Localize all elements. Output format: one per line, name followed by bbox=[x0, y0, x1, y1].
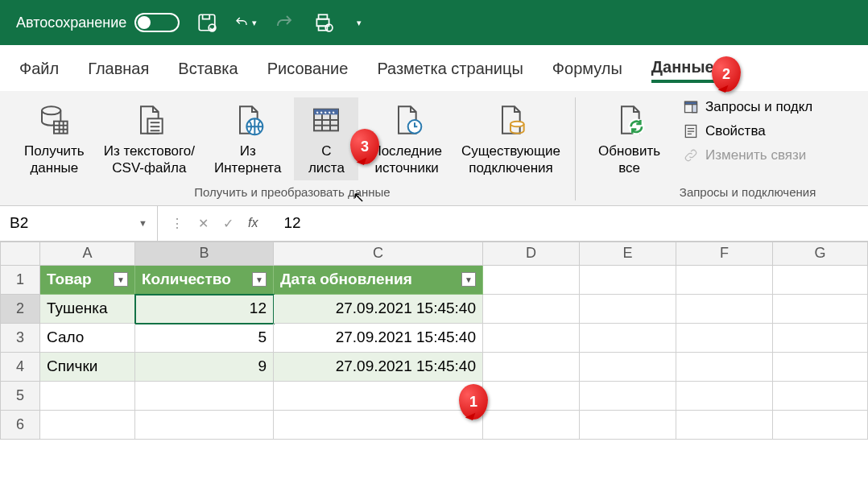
cancel-icon[interactable]: ✕ bbox=[198, 216, 209, 231]
redo-icon[interactable] bbox=[273, 11, 296, 34]
cell[interactable] bbox=[773, 411, 868, 440]
cell[interactable]: Тушенка bbox=[40, 295, 135, 324]
svg-point-6 bbox=[42, 106, 60, 114]
quick-access-toolbar: Автосохранение ▾ ▾ bbox=[0, 0, 868, 45]
cell[interactable] bbox=[676, 324, 773, 353]
from-csv-label: Из текстового/ CSV-файла bbox=[104, 143, 195, 177]
row-header[interactable]: 2 bbox=[0, 295, 40, 324]
fx-icon[interactable]: fx bbox=[248, 216, 258, 230]
cell[interactable] bbox=[773, 266, 868, 295]
cell[interactable] bbox=[483, 411, 580, 440]
edit-links-button: Изменить связи bbox=[680, 146, 816, 165]
cell[interactable] bbox=[773, 295, 868, 324]
cell[interactable] bbox=[676, 382, 773, 411]
cell[interactable] bbox=[580, 324, 676, 353]
tab-data[interactable]: Данные bbox=[651, 58, 714, 83]
row-header[interactable]: 6 bbox=[0, 411, 40, 440]
cell[interactable]: 27.09.2021 15:45:40 bbox=[274, 353, 483, 382]
column-header[interactable]: G bbox=[773, 242, 868, 266]
column-header[interactable]: A bbox=[40, 242, 135, 266]
cell-selected[interactable]: 12 bbox=[135, 295, 274, 324]
cell[interactable] bbox=[274, 411, 483, 440]
cell[interactable]: 27.09.2021 15:45:40 bbox=[274, 324, 483, 353]
cell[interactable] bbox=[483, 353, 580, 382]
drag-handle-icon[interactable]: ⋮ bbox=[171, 216, 184, 231]
cell[interactable] bbox=[580, 295, 676, 324]
column-header[interactable]: C bbox=[274, 242, 483, 266]
properties-button[interactable]: Свойства bbox=[680, 122, 816, 141]
tab-draw[interactable]: Рисование bbox=[267, 60, 349, 81]
tab-insert[interactable]: Вставка bbox=[178, 60, 238, 81]
filter-dropdown-icon[interactable]: ▼ bbox=[114, 272, 128, 287]
document-db-icon bbox=[494, 101, 527, 139]
queries-connections-button[interactable]: Запросы и подкл bbox=[680, 97, 816, 117]
cell[interactable] bbox=[773, 353, 868, 382]
cell[interactable] bbox=[40, 382, 135, 411]
cell[interactable] bbox=[483, 324, 580, 353]
cell[interactable]: Сало bbox=[40, 324, 135, 353]
from-csv-button[interactable]: Из текстового/ CSV-файла bbox=[97, 97, 201, 180]
select-all-corner[interactable] bbox=[0, 242, 40, 266]
spreadsheet-grid: 1 2 3 4 5 6 A B C D E F G Товар▼ Количес… bbox=[0, 242, 868, 440]
cell[interactable] bbox=[580, 382, 676, 411]
cell[interactable] bbox=[676, 295, 773, 324]
table-header-cell[interactable]: Товар▼ bbox=[40, 266, 135, 295]
cell[interactable] bbox=[580, 353, 676, 382]
cell[interactable] bbox=[40, 411, 135, 440]
existing-connections-button[interactable]: Существующие подключения bbox=[455, 97, 567, 180]
cell[interactable] bbox=[483, 295, 580, 324]
column-header[interactable]: D bbox=[483, 242, 580, 266]
tab-formulas[interactable]: Формулы bbox=[552, 60, 622, 81]
cell[interactable]: 9 bbox=[135, 353, 274, 382]
print-preview-icon[interactable] bbox=[312, 11, 334, 34]
row-header[interactable]: 1 bbox=[0, 266, 40, 295]
formula-input[interactable]: 12 bbox=[271, 214, 313, 232]
get-data-button[interactable]: Получить данные bbox=[18, 97, 91, 180]
cell[interactable] bbox=[135, 382, 274, 411]
cell[interactable] bbox=[135, 411, 274, 440]
cell[interactable] bbox=[676, 266, 773, 295]
cell[interactable] bbox=[676, 353, 773, 382]
svg-rect-0 bbox=[199, 14, 215, 31]
ribbon-group-queries: Обновить все Запросы и подкл Свойства Из… bbox=[576, 97, 824, 200]
filter-dropdown-icon[interactable]: ▼ bbox=[252, 272, 267, 287]
cell[interactable] bbox=[773, 382, 868, 411]
cell[interactable] bbox=[773, 324, 868, 353]
cell[interactable]: 5 bbox=[135, 324, 274, 353]
chevron-down-icon[interactable]: ▼ bbox=[138, 218, 147, 228]
table-header-cell[interactable]: Количество▼ bbox=[135, 266, 274, 295]
svg-point-13 bbox=[510, 122, 524, 127]
cell[interactable] bbox=[483, 266, 580, 295]
cell[interactable] bbox=[580, 411, 676, 440]
tab-file[interactable]: Файл bbox=[19, 60, 59, 81]
save-icon[interactable] bbox=[196, 11, 218, 34]
chevron-down-icon[interactable]: ▾ bbox=[252, 18, 257, 28]
column-header[interactable]: B bbox=[135, 242, 274, 266]
cell[interactable] bbox=[580, 266, 676, 295]
qat-customize-icon[interactable]: ▾ bbox=[357, 18, 362, 28]
refresh-all-label: Обновить все bbox=[598, 143, 660, 177]
autosave-toggle[interactable]: Автосохранение bbox=[16, 13, 180, 32]
tab-layout[interactable]: Разметка страницы bbox=[377, 60, 523, 81]
row-header[interactable]: 4 bbox=[0, 353, 40, 382]
cell[interactable]: Спички bbox=[40, 353, 135, 382]
from-sheet-button[interactable]: С листа bbox=[294, 97, 358, 180]
cell[interactable] bbox=[483, 382, 580, 411]
table-header-cell[interactable]: Дата обновления▼ bbox=[274, 266, 483, 295]
confirm-icon[interactable]: ✓ bbox=[223, 216, 234, 231]
from-web-button[interactable]: Из Интернета bbox=[208, 97, 287, 180]
toggle-switch-icon[interactable] bbox=[134, 13, 180, 32]
column-header[interactable]: F bbox=[676, 242, 773, 266]
cell[interactable]: 27.09.2021 15:45:40 bbox=[274, 295, 483, 324]
cell[interactable] bbox=[676, 411, 773, 440]
row-header[interactable]: 3 bbox=[0, 324, 40, 353]
name-box[interactable]: B2 ▼ bbox=[0, 206, 158, 241]
filter-dropdown-icon[interactable]: ▼ bbox=[461, 272, 476, 287]
tab-home[interactable]: Главная bbox=[88, 60, 149, 81]
column-header[interactable]: E bbox=[580, 242, 676, 266]
table-icon bbox=[310, 101, 342, 139]
refresh-all-button[interactable]: Обновить все bbox=[592, 97, 667, 180]
cell[interactable] bbox=[274, 382, 483, 411]
undo-icon[interactable]: ▾ bbox=[234, 11, 257, 34]
row-header[interactable]: 5 bbox=[0, 382, 40, 411]
